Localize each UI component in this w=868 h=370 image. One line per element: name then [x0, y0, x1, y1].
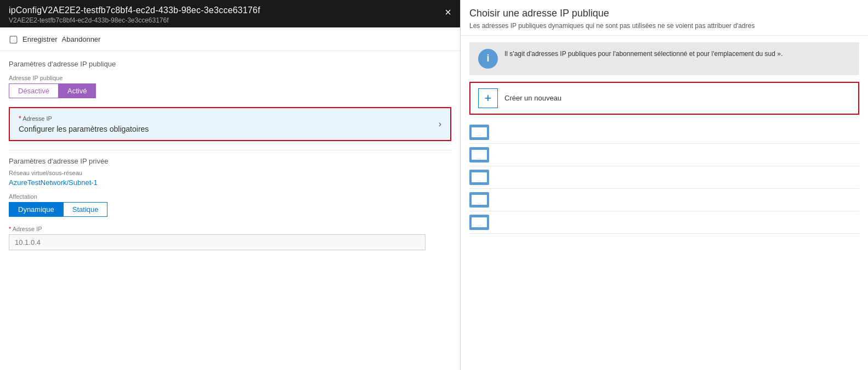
resource-item[interactable]: [469, 189, 859, 211]
section-divider: [9, 150, 451, 150]
ip-selector-placeholder: Configurer les paramètres obligatoires: [19, 125, 149, 133]
create-plus-icon: +: [478, 88, 498, 108]
right-panel: Choisir une adresse IP publique Les adre…: [461, 0, 868, 370]
subnet-label: Réseau virtuel/sous-réseau: [9, 170, 451, 176]
create-new-row[interactable]: + Créer un nouveau: [469, 82, 859, 115]
disabled-toggle-btn[interactable]: Désactivé: [9, 83, 58, 98]
resource-icon-4: [469, 192, 489, 208]
right-panel-title: Choisir une adresse IP publique: [469, 8, 859, 19]
ip-selector[interactable]: * Adresse IP Configurer les paramètres o…: [9, 107, 451, 141]
resource-icon-3: [469, 170, 489, 185]
left-header: ipConfigV2AE2E2-testfb7c8bf4-ec2d-433b-9…: [0, 0, 460, 27]
ip-selector-left: * Adresse IP Configurer les paramètres o…: [19, 115, 149, 133]
private-ip-field-label: * Adresse IP: [9, 226, 451, 232]
right-panel-content: + Créer un nouveau: [461, 82, 868, 370]
subnet-link[interactable]: AzureTestNetwork/Subnet-1: [9, 178, 451, 187]
public-ip-section-title: Paramètres d'adresse IP publique: [9, 60, 451, 68]
ip-selector-field-name: * Adresse IP: [19, 115, 149, 122]
private-ip-label: Adresse IP: [13, 226, 42, 232]
ip-selector-label: Adresse IP: [22, 115, 52, 122]
save-label[interactable]: Enregistrer: [22, 35, 58, 43]
resource-icon-5: [469, 215, 489, 230]
resource-item[interactable]: [469, 211, 859, 234]
public-ip-field-label: Adresse IP publique: [9, 75, 451, 81]
left-panel-content: Paramètres d'adresse IP publique Adresse…: [0, 51, 460, 370]
left-panel: ipConfigV2AE2E2-testfb7c8bf4-ec2d-433b-9…: [0, 0, 461, 370]
resource-item[interactable]: [469, 144, 859, 166]
save-icon: ▢: [9, 33, 18, 45]
active-toggle-btn[interactable]: Activé: [58, 83, 96, 98]
abandon-label[interactable]: Abandonner: [62, 35, 101, 43]
info-icon: i: [478, 49, 498, 69]
right-header: Choisir une adresse IP publique Les adre…: [461, 0, 868, 36]
left-panel-title: ipConfigV2AE2E2-testfb7c8bf4-ec2d-433b-9…: [9, 5, 451, 15]
info-text: Il s'agit d'adresses IP publiques pour l…: [504, 49, 782, 59]
info-banner: i Il s'agit d'adresses IP publiques pour…: [469, 42, 859, 75]
toolbar: ▢ Enregistrer Abandonner: [0, 27, 460, 51]
ip-selector-arrow-icon: ›: [439, 119, 441, 129]
resource-item[interactable]: [469, 121, 859, 144]
resource-item[interactable]: [469, 166, 859, 189]
required-star: *: [19, 115, 21, 122]
private-ip-input[interactable]: [9, 234, 426, 250]
left-panel-subtitle: V2AE2E2-testfb7c8bf4-ec2d-433b-98ec-3e3c…: [9, 16, 451, 24]
right-panel-subtitle: Les adresses IP publiques dynamiques qui…: [469, 21, 859, 31]
public-ip-toggle-group: Désactivé Activé: [9, 83, 451, 98]
affectation-label: Affectation: [9, 193, 451, 200]
private-ip-required-star: *: [9, 226, 11, 232]
affectation-toggle-group: Dynamique Statique: [9, 202, 451, 217]
dynamic-toggle-btn[interactable]: Dynamique: [9, 202, 63, 217]
resource-icon-1: [469, 125, 489, 140]
resource-icon-2: [469, 147, 489, 162]
static-toggle-btn[interactable]: Statique: [63, 202, 108, 217]
close-button[interactable]: ×: [445, 7, 451, 18]
private-ip-section-title: Paramètres d'adresse IP privée: [9, 157, 451, 165]
create-new-label: Créer un nouveau: [504, 94, 561, 102]
